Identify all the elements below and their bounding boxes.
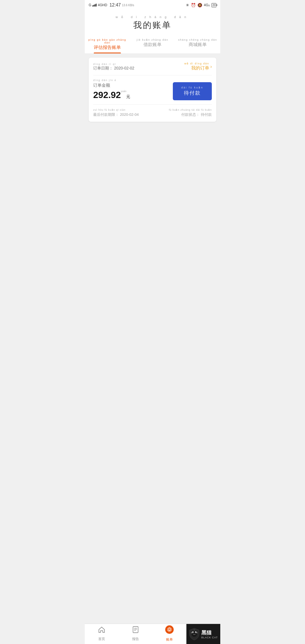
report-icon [132, 626, 140, 636]
tab-mall-pinyin: shāng chéng zhàng dān [177, 38, 219, 41]
amount-title-pinyin: dìng dān jīn é [93, 79, 130, 82]
bottom-nav: 首页 报告 账单 [85, 624, 220, 644]
pay-button-label: 待付款 [184, 90, 201, 96]
svg-point-5 [165, 625, 174, 634]
my-order-link[interactable]: wǒ dì dìng dān 我的订单 › [184, 62, 212, 71]
tab-assessment-pinyin: píng gū bào gào zhàng dān [86, 38, 128, 44]
tab-loan-label: 借款账单 [143, 42, 162, 47]
nav-bills-label: 账单 [166, 637, 173, 642]
chevron-right-icon: › [210, 64, 212, 69]
nav-report-label: 报告 [132, 637, 139, 641]
svg-point-7 [191, 630, 197, 637]
time-label: 12:47 [110, 3, 121, 8]
status-left: G 4GHD 12:47 13.6 KB/s [89, 3, 134, 8]
amount-title: 订单金额 [93, 83, 130, 88]
tab-loan[interactable]: jiè kuǎn zhàng dān 借款账单 [130, 35, 175, 53]
amount-value: 292.92yuán元 [93, 90, 130, 100]
alarm-icon: ⏰ [191, 3, 196, 7]
nav-home-label: 首页 [98, 637, 105, 641]
battery-indicator: 20 [212, 3, 216, 7]
nav-report[interactable]: 报告 [119, 624, 152, 644]
bell-icon: 🔕 [197, 3, 202, 7]
blackcat-shield-icon [189, 628, 200, 640]
status-text: 付款状态： 待付款 [181, 112, 212, 117]
order-card: dìng dān rì qī 订单日期： 2020-02-02 wǒ dì dì… [89, 58, 216, 122]
blackcat-en-label: BLACK CAT [201, 636, 218, 639]
network-label: 4GHD [98, 3, 107, 7]
my-order-pinyin: wǒ dì dìng dān [184, 62, 209, 65]
status-pinyin: fù kuǎn zhuàng tài dài fù kuǎn [169, 108, 212, 111]
order-date-value: 2020-02-02 [114, 66, 134, 70]
amount-left: dìng dān jīn é 订单金额 292.92yuán元 [93, 79, 130, 100]
nav-bills[interactable]: 账单 [152, 624, 186, 644]
tabs-container: píng gū bào gào zhàng dān 评估报告账单 jiè kuǎ… [85, 35, 220, 54]
svg-point-0 [101, 627, 102, 627]
pay-button-pinyin: dài fù kuǎn [181, 86, 203, 89]
status-item: fù kuǎn zhuàng tài dài fù kuǎn 付款状态： 待付款 [169, 108, 212, 117]
order-date-text: 订单日期： 2020-02-02 [93, 66, 134, 70]
page-title: 我的账单 [85, 19, 220, 31]
nav-home[interactable]: 首页 [85, 624, 119, 644]
amount-section: dìng dān jīn é 订单金额 292.92yuán元 dài fù k… [93, 75, 212, 105]
bills-icon [165, 625, 174, 636]
amount-unit-pinyin: yuán [121, 90, 127, 93]
deadline-item: zuì hòu fù kuǎn qī xiàn 最后付款期限： 2020-02-… [93, 108, 139, 117]
bluetooth-icon: ✳ [186, 3, 189, 7]
deadline-pinyin: zuì hòu fù kuǎn qī xiàn [93, 108, 139, 111]
carrier-label: G [89, 3, 91, 7]
page-title-pinyin: wǒ dì zhàng dān [85, 15, 220, 19]
home-icon [98, 626, 106, 636]
status-right: ✳ ⏰ 🔕 4G₂ 20 [186, 3, 216, 7]
page-title-area: wǒ dì zhàng dān 我的账单 [85, 10, 220, 35]
tab-mall-label: 商城账单 [189, 42, 207, 47]
deadline-text: 最后付款期限： 2020-02-04 [93, 112, 139, 117]
blackcat-area[interactable]: 黑猫 BLACK CAT [186, 624, 220, 644]
network-type-label: 4G₂ [204, 3, 210, 7]
blackcat-logo: 黑猫 BLACK CAT [189, 628, 218, 640]
order-date-row: dìng dān rì qī 订单日期： 2020-02-02 wǒ dì dì… [93, 62, 212, 75]
blackcat-cn-label: 黑猫 [201, 629, 218, 636]
order-date-pinyin: dìng dān rì qī [93, 63, 134, 66]
svg-point-10 [193, 632, 193, 632]
svg-point-11 [195, 632, 196, 632]
pay-button[interactable]: dài fù kuǎn 待付款 [173, 82, 212, 100]
speed-label: 13.6 KB/s [122, 4, 134, 7]
tab-loan-pinyin: jiè kuǎn zhàng dān [132, 38, 173, 41]
blackcat-text: 黑猫 BLACK CAT [201, 629, 218, 639]
tab-mall[interactable]: shāng chéng zhàng dān 商城账单 [175, 35, 220, 53]
status-bar: G 4GHD 12:47 13.6 KB/s ✳ ⏰ 🔕 4G₂ 20 [85, 0, 220, 10]
amount-unit: yuán元 [121, 94, 130, 99]
tab-assessment-label: 评估报告账单 [94, 45, 121, 50]
tab-assessment[interactable]: píng gū bào gào zhàng dān 评估报告账单 [85, 35, 130, 53]
order-date-label: dìng dān rì qī 订单日期： 2020-02-02 [93, 63, 134, 71]
main-content: dìng dān rì qī 订单日期： 2020-02-02 wǒ dì dì… [85, 54, 220, 440]
signal-icon [92, 4, 97, 6]
svg-rect-1 [133, 626, 138, 633]
my-order-label: 我的订单 [191, 66, 209, 70]
footer-info-row: zuì hòu fù kuǎn qī xiàn 最后付款期限： 2020-02-… [93, 105, 212, 117]
